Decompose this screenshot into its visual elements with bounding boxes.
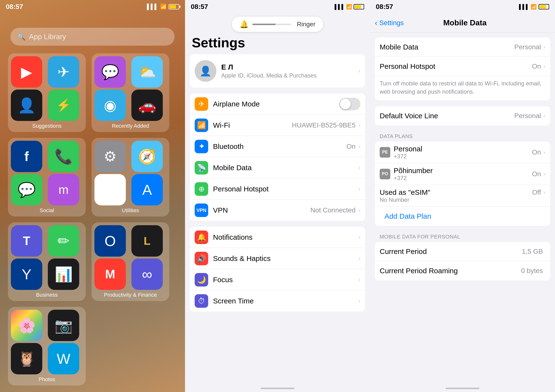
settings-row-notifications[interactable]: 🔔 Notifications ›: [190, 227, 365, 248]
app-weather[interactable]: ⛅: [131, 56, 163, 88]
app-youtube[interactable]: ▶: [11, 56, 42, 88]
notifications-section: 🔔 Notifications › 🔊 Sounds & Haptics › 🌙…: [190, 227, 365, 312]
add-data-plan-link[interactable]: Add Data Plan: [380, 207, 436, 225]
folder-recently-added-label: Recently Added: [112, 123, 149, 129]
nav-back-button[interactable]: ‹ Settings: [375, 18, 404, 27]
app-bolt[interactable]: ⚡: [48, 90, 79, 121]
search-icon: 🔍: [17, 33, 26, 41]
app-library-search[interactable]: 🔍 App Library: [10, 28, 175, 46]
app-powerbi[interactable]: 📊: [48, 258, 79, 290]
settings-title: Settings: [185, 34, 370, 54]
settings-row-airplane[interactable]: ✈ Airplane Mode: [190, 93, 365, 115]
airplane-toggle[interactable]: [339, 98, 360, 110]
app-appstore[interactable]: A: [131, 174, 163, 205]
app-camera[interactable]: 📷: [48, 310, 79, 341]
settings-panel: 08:57 ▌▌▌ 📶 🔔 Ringer Settings 👤 Е Л Appl: [185, 0, 370, 392]
notifications-label: Notifications: [213, 233, 358, 241]
ringer-pill: 🔔 Ringer: [232, 17, 323, 32]
settings-row-focus[interactable]: 🌙 Focus ›: [190, 269, 365, 290]
app-misc[interactable]: 🚗: [131, 90, 163, 121]
folder-productivity[interactable]: O L M ∞ Productivity & Finance: [92, 222, 169, 301]
app-wolt[interactable]: W: [48, 343, 79, 374]
md-row-personal[interactable]: PE Personal +372 On ›: [375, 142, 550, 163]
app-yammer[interactable]: Y: [11, 258, 42, 290]
settings-row-sounds[interactable]: 🔊 Sounds & Haptics ›: [190, 248, 365, 269]
settings-row-screen-time[interactable]: ⏱ Screen Time ›: [190, 290, 365, 312]
folder-suggestions-label: Suggestions: [32, 123, 61, 129]
pohinumber-badge-text: PO: [382, 171, 388, 177]
app-messenger-1[interactable]: 💬: [95, 56, 126, 88]
app-row-1: ▶ ✈ 👤 ⚡ Suggestions 💬 ⛅ ◉ 🚗 Recently Add…: [8, 53, 177, 132]
md-hotspot-value: On: [532, 63, 541, 70]
settings-row-wifi[interactable]: 📶 Wi-Fi HUAWEI-B525-9BE5 ›: [190, 115, 365, 136]
settings-row-bluetooth[interactable]: ✦ Bluetooth On ›: [190, 136, 365, 157]
app-messenger-2[interactable]: m: [48, 174, 79, 205]
folder-business-label: Business: [36, 292, 58, 298]
status-time-1: 08:57: [6, 3, 23, 11]
ringer-slider[interactable]: [252, 24, 291, 25]
md-main-section: Mobile Data Personal › Personal Hotspot …: [375, 37, 550, 100]
app-photos[interactable]: 🌸: [11, 310, 42, 341]
md-row-pohinumber[interactable]: PO Põhinumber +372 On ›: [375, 163, 550, 185]
avatar-icon: 👤: [199, 65, 212, 77]
md-row-add-plan[interactable]: Add Data Plan: [375, 207, 550, 226]
personal-badge-text: PE: [382, 150, 388, 155]
md-row-mobile-data[interactable]: Mobile Data Personal ›: [375, 37, 550, 57]
app-library-panel: 08:57 ▌▌▌ 📶 🔍 App Library ▶ ✈ 👤 ⚡ Sugges…: [0, 0, 185, 392]
settings-row-vpn[interactable]: VPN VPN Not Connected ›: [190, 200, 365, 221]
settings-row-mobile-data[interactable]: 📡 Mobile Data ›: [190, 157, 365, 178]
battery-icon-3: [539, 4, 549, 9]
md-row-voice-line[interactable]: Default Voice Line Personal ›: [375, 106, 550, 126]
md-row-hotspot[interactable]: Personal Hotspot On ›: [375, 57, 550, 76]
vpn-icon: VPN: [196, 207, 206, 213]
app-facebook[interactable]: f: [11, 141, 42, 172]
app-settings[interactable]: ⚙: [95, 141, 126, 172]
folder-social[interactable]: f 📞 💬 m Social: [8, 138, 86, 216]
app-miro[interactable]: ◉: [95, 90, 126, 121]
airplane-icon-wrap: ✈: [195, 97, 208, 111]
md-row-esim[interactable]: Used as "eSIM" Off › No Number: [375, 185, 550, 207]
folder-suggestions[interactable]: ▶ ✈ 👤 ⚡ Suggestions: [8, 53, 86, 132]
app-teams[interactable]: T: [11, 225, 42, 257]
esim-label: Used as "eSIM": [380, 188, 532, 196]
folder-business[interactable]: T ✏ Y 📊 Business: [8, 222, 86, 301]
app-outlook[interactable]: O: [95, 225, 126, 257]
app-finance2[interactable]: ∞: [131, 258, 163, 290]
app-lhv[interactable]: L: [131, 225, 163, 257]
wifi-value: HUAWEI-B525-9BE5: [292, 121, 356, 129]
pohinumber-plan-chevron-icon: ›: [543, 171, 545, 178]
profile-row[interactable]: 👤 Е Л Apple ID, iCloud, Media & Purchase…: [190, 54, 365, 88]
esim-value: Off: [532, 189, 541, 196]
folder-utilities[interactable]: ⚙ 🧭 ⊕ A Utilities: [92, 138, 169, 216]
wifi-label: Wi-Fi: [213, 121, 292, 129]
focus-chevron-icon: ›: [358, 276, 360, 283]
md-mobile-data-label: Mobile Data: [380, 43, 514, 51]
sounds-chevron-icon: ›: [358, 255, 360, 262]
app-safari[interactable]: 🧭: [131, 141, 163, 172]
folder-recently-added[interactable]: 💬 ⛅ ◉ 🚗 Recently Added: [92, 53, 169, 132]
app-chrome[interactable]: ⊕: [95, 174, 126, 205]
folder-utilities-label: Utilities: [122, 207, 139, 214]
notifications-icon-wrap: 🔔: [195, 230, 208, 244]
esim-row-inner: Used as "eSIM" Off ›: [380, 188, 545, 196]
app-facetime[interactable]: 👤: [11, 90, 42, 121]
app-gmail[interactable]: M: [95, 258, 126, 290]
app-messages[interactable]: 💬: [11, 174, 42, 205]
app-telegram[interactable]: ✈: [48, 56, 79, 88]
folder-inner-2: 💬 ⛅ ◉ 🚗: [95, 56, 166, 121]
mobile-data-chevron-icon: ›: [358, 164, 360, 171]
md-row-current-period-roaming[interactable]: Current Period Roaming 0 bytes: [375, 261, 550, 280]
md-row-current-period[interactable]: Current Period 1,5 GB: [375, 242, 550, 261]
folder-productivity-label: Productivity & Finance: [104, 292, 157, 298]
app-pencil[interactable]: ✏: [48, 225, 79, 257]
folder-photos[interactable]: 🌸 📷 🦉 W Photos: [8, 307, 86, 385]
personal-plan-chevron-icon: ›: [543, 149, 545, 156]
wifi-icon: 📶: [197, 121, 206, 129]
md-data-plans-section: PE Personal +372 On › PO Põhinumber +372…: [375, 142, 550, 226]
settings-row-hotspot[interactable]: ⊕ Personal Hotspot ›: [190, 178, 365, 200]
app-hootsuite[interactable]: 🦉: [11, 343, 42, 374]
hotspot-icon-wrap: ⊕: [195, 182, 208, 196]
personal-plan-value: On: [532, 149, 541, 156]
personal-badge: PE: [380, 147, 390, 158]
app-phone[interactable]: 📞: [48, 141, 79, 172]
